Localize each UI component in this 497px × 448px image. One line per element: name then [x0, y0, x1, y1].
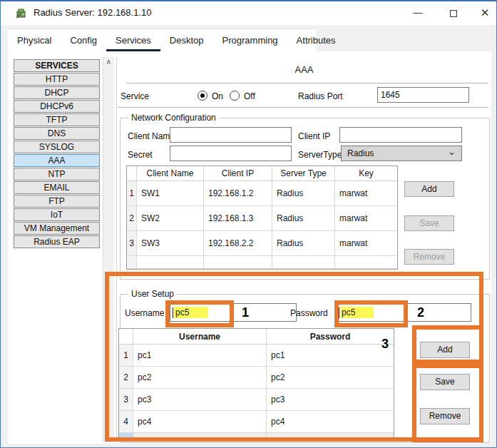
client-name-cell[interactable]: SW3: [137, 231, 204, 256]
chevron-down-icon: ⌄: [448, 145, 456, 159]
annotation-label-2: 2: [417, 305, 424, 320]
server-type-label: ServerType: [298, 150, 342, 160]
sidebar-item-ntp[interactable]: NTP: [14, 168, 100, 180]
annotation-box-password: [334, 300, 408, 327]
table-row-number: 1: [127, 181, 137, 206]
service-on-radio[interactable]: [198, 91, 207, 101]
clients-table-header: Client IP: [204, 166, 272, 181]
scroll-up-icon[interactable]: ∧: [103, 57, 114, 67]
secret-label: Secret: [128, 150, 153, 160]
empty-cell: [335, 256, 397, 269]
empty-cell: [137, 256, 204, 269]
sidebar-item-syslog[interactable]: SYSLOG: [14, 141, 100, 153]
tab-bar: PhysicalConfigServicesDesktopProgramming…: [8, 30, 316, 51]
sidebar-item-dns[interactable]: DNS: [14, 127, 100, 140]
annotation-box-username: [165, 300, 234, 327]
annotation-box-save-remove: [412, 364, 483, 442]
key-cell[interactable]: marwat: [335, 206, 397, 231]
server-type-cell[interactable]: Radius: [272, 231, 335, 256]
server-type-select[interactable]: Radius ⌄: [341, 146, 462, 161]
sidebar-item-dhcp[interactable]: DHCP: [14, 86, 100, 99]
clients-add-button[interactable]: Add: [404, 181, 454, 197]
sidebar-item-email[interactable]: EMAIL: [14, 181, 100, 194]
client-ip-input[interactable]: [339, 127, 462, 143]
tab-config[interactable]: Config: [61, 30, 106, 52]
client-name-input[interactable]: [170, 127, 292, 143]
radius-port-input[interactable]: [377, 87, 469, 103]
key-cell[interactable]: marwat: [335, 231, 397, 256]
tab-desktop[interactable]: Desktop: [160, 30, 213, 52]
page-title: AAA: [117, 64, 491, 75]
key-cell[interactable]: marwat: [335, 181, 397, 206]
sidebar-item-vm-management[interactable]: VM Management: [14, 222, 100, 235]
sidebar-item-services[interactable]: SERVICES: [14, 59, 100, 72]
service-on-label: On: [212, 91, 223, 101]
sidebar-item-radius-eap[interactable]: Radius EAP: [14, 235, 100, 248]
client-name-label: Client Name: [128, 131, 175, 141]
server-type-cell[interactable]: Radius: [272, 181, 335, 206]
tab-physical[interactable]: Physical: [8, 30, 61, 52]
secret-input[interactable]: [170, 146, 292, 161]
tab-programming[interactable]: Programming: [213, 30, 287, 52]
annotation-box-add: [412, 325, 483, 364]
minimize-icon[interactable]: —: [406, 3, 430, 23]
divider: [118, 107, 488, 108]
tab-attributes[interactable]: Attributes: [287, 30, 345, 52]
sidebar-item-iot[interactable]: IoT: [14, 208, 100, 221]
window-title: Radius Server: 192.168.1.10: [34, 7, 152, 18]
clients-table: Client NameClient IPServer TypeKey1SW119…: [126, 166, 398, 270]
clients-table-header: Client Name: [137, 166, 204, 181]
sidebar-item-http[interactable]: HTTP: [14, 73, 100, 86]
sidebar-item-aaa[interactable]: AAA: [14, 154, 100, 167]
clients-table-corner: [127, 166, 137, 181]
clients-table-header: Key: [335, 166, 397, 181]
client-name-cell[interactable]: SW1: [137, 181, 204, 206]
service-off-label: Off: [244, 91, 255, 101]
client-ip-cell[interactable]: 192.168.1.3: [204, 206, 272, 231]
tab-services[interactable]: Services: [106, 30, 160, 52]
server-type-value: Radius: [347, 148, 374, 158]
service-label: Service: [121, 91, 149, 101]
clients-table-header: Server Type: [272, 166, 335, 181]
table-row-number: 3: [127, 231, 137, 256]
clients-save-button[interactable]: Save: [404, 215, 454, 231]
services-sidebar: SERVICESHTTPDHCPDHCPv6TFTPDNSSYSLOGAAANT…: [14, 59, 100, 249]
annotation-label-3: 3: [381, 337, 389, 352]
app-icon: [15, 7, 27, 19]
maximize-icon[interactable]: [441, 3, 466, 23]
empty-cell: [272, 256, 335, 269]
empty-cell: [204, 256, 272, 269]
network-configuration-title: Network Configuration: [128, 113, 219, 123]
client-ip-label: Client IP: [298, 131, 330, 141]
table-row-number: [127, 256, 137, 269]
server-type-cell[interactable]: Radius: [272, 206, 335, 231]
radius-server-window: Radius Server: 192.168.1.10 — ✕ Physical…: [0, 0, 497, 448]
service-off-radio[interactable]: [230, 91, 240, 101]
client-name-cell[interactable]: SW2: [137, 206, 204, 231]
close-icon[interactable]: ✕: [473, 3, 497, 23]
sidebar-item-dhcpv6[interactable]: DHCPv6: [14, 100, 100, 113]
table-row-number: 2: [127, 206, 137, 231]
sidebar-item-ftp[interactable]: FTP: [14, 195, 100, 208]
radius-port-label: Radius Port: [298, 91, 343, 101]
sidebar-item-tftp[interactable]: TFTP: [14, 113, 100, 126]
divider: [126, 83, 488, 83]
title-bar: Radius Server: 192.168.1.10 — ✕: [1, 1, 496, 25]
clients-remove-button[interactable]: Remove: [404, 249, 454, 265]
client-ip-cell[interactable]: 192.168.2.2: [204, 231, 272, 256]
client-ip-cell[interactable]: 192.168.1.2: [204, 181, 272, 206]
annotation-label-1: 1: [242, 305, 249, 320]
